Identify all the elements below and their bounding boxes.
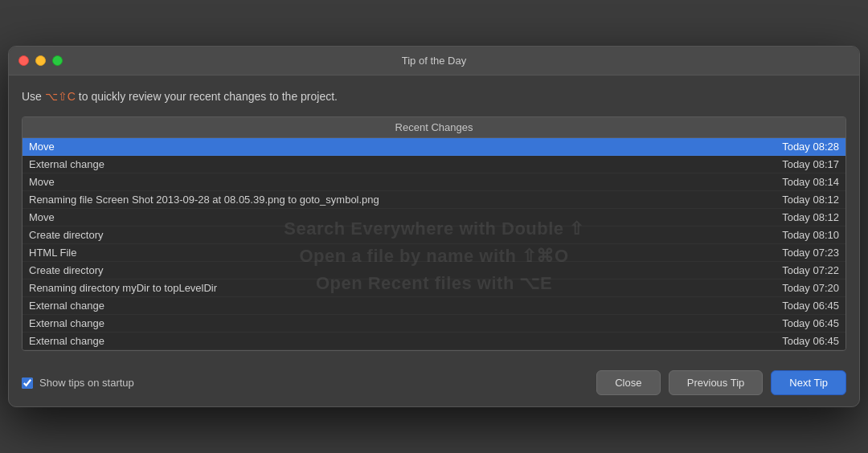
dialog-footer: Show tips on startup Close Previous Tip … [9,361,859,406]
row-action: Create directory [29,229,772,241]
row-time: Today 08:28 [782,141,839,153]
footer-buttons: Close Previous Tip Next Tip [596,370,846,395]
table-row[interactable]: HTML FileToday 07:23 [23,244,845,262]
row-time: Today 07:22 [782,264,839,276]
row-action: Renaming file Screen Shot 2013-09-28 at … [29,194,772,206]
row-time: Today 08:12 [782,211,839,223]
close-window-button[interactable] [18,55,29,66]
minimize-window-button[interactable] [35,55,46,66]
dialog-body: Use ⌥⇧C to quickly review your recent ch… [9,76,859,361]
row-action: Move [29,141,772,153]
table-row[interactable]: External changeToday 08:17 [23,156,845,173]
row-action: HTML File [29,247,772,259]
table-row[interactable]: MoveToday 08:12 [23,209,845,226]
row-action: Renaming directory myDir to topLevelDir [29,282,772,294]
table-row[interactable]: MoveToday 08:14 [23,173,845,191]
traffic-lights [18,55,63,66]
table-row[interactable]: Renaming file Screen Shot 2013-09-28 at … [23,191,845,209]
row-time: Today 06:45 [782,335,839,347]
close-button[interactable]: Close [596,370,661,395]
row-time: Today 08:17 [782,158,839,170]
row-time: Today 08:14 [782,176,839,188]
table-row[interactable]: MoveToday 08:28 [23,138,845,156]
row-time: Today 08:12 [782,194,839,206]
row-action: External change [29,317,772,329]
show-tips-label[interactable]: Show tips on startup [22,377,134,389]
table-row[interactable]: External changeToday 06:45 [23,315,845,333]
table-row[interactable]: External changeToday 06:45 [23,297,845,315]
table-header: Recent Changes [23,117,845,138]
recent-changes-table: Recent Changes Search Everywhere with Do… [22,116,846,351]
dialog-window: Tip of the Day Use ⌥⇧C to quickly review… [8,46,860,407]
row-action: Create directory [29,264,772,276]
row-time: Today 06:45 [782,317,839,329]
show-tips-checkbox[interactable] [22,378,33,389]
row-action: Move [29,211,772,223]
title-bar: Tip of the Day [9,47,859,76]
row-time: Today 08:10 [782,229,839,241]
tip-shortcut: ⌥⇧C [45,90,76,103]
tip-text: Use ⌥⇧C to quickly review your recent ch… [22,88,846,105]
next-tip-button[interactable]: Next Tip [771,370,846,395]
row-action: External change [29,158,772,170]
tip-prefix: Use [22,90,45,103]
table-body[interactable]: Search Everywhere with Double ⇧ Open a f… [23,138,845,350]
dialog-title: Tip of the Day [402,55,466,67]
row-action: External change [29,335,772,347]
previous-tip-button[interactable]: Previous Tip [669,370,764,395]
table-row[interactable]: External changeToday 06:45 [23,333,845,350]
row-action: Move [29,176,772,188]
table-row[interactable]: Create directoryToday 08:10 [23,226,845,244]
row-time: Today 07:23 [782,247,839,259]
table-row[interactable]: Renaming directory myDir to topLevelDirT… [23,280,845,297]
table-row[interactable]: Create directoryToday 07:22 [23,262,845,280]
row-time: Today 07:20 [782,282,839,294]
row-action: External change [29,300,772,312]
show-tips-text: Show tips on startup [39,377,134,389]
tip-suffix: to quickly review your recent changes to… [76,90,338,103]
maximize-window-button[interactable] [52,55,63,66]
row-time: Today 06:45 [782,300,839,312]
